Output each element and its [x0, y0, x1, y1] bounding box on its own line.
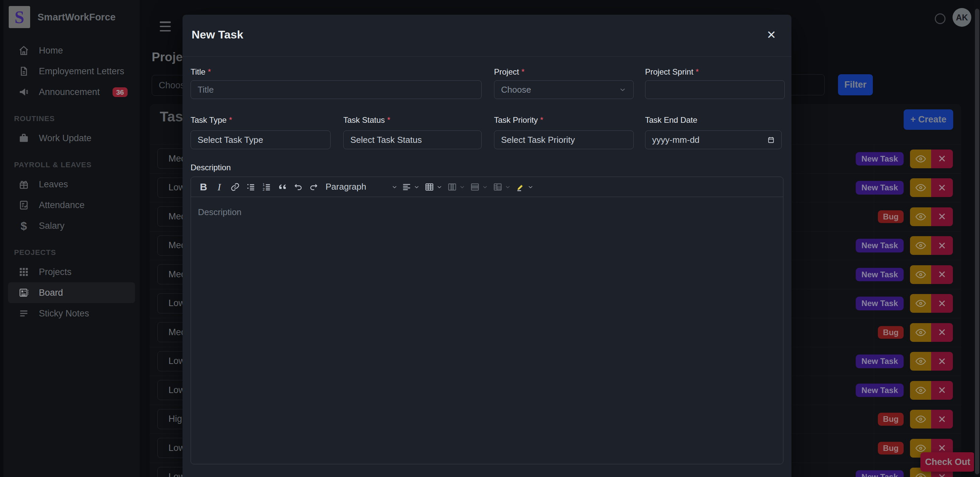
- description-label: Description: [191, 163, 231, 172]
- svg-text:1: 1: [262, 182, 265, 186]
- description-placeholder: Description: [198, 207, 242, 217]
- chevron-down-icon: [436, 184, 443, 190]
- modal-close-button[interactable]: ✕: [763, 27, 780, 43]
- merge-cells-icon: [493, 182, 503, 192]
- link-button[interactable]: [227, 180, 243, 194]
- highlighter-icon: [516, 182, 525, 192]
- description-textarea[interactable]: Description: [191, 197, 783, 464]
- alignment-icon: [402, 182, 411, 192]
- modal-header-divider: [183, 56, 791, 57]
- table-row-dropdown[interactable]: [470, 180, 488, 194]
- close-icon: ✕: [767, 28, 776, 41]
- chevron-down-icon: [413, 184, 420, 190]
- modal-title: New Task: [192, 28, 243, 41]
- svg-text:2: 2: [262, 187, 265, 191]
- undo-icon: [293, 182, 303, 192]
- task-type-select[interactable]: Select Task Type: [191, 130, 331, 149]
- task-priority-value: Select Task Priority: [501, 135, 575, 145]
- chevron-down-icon: [482, 184, 488, 190]
- project-sprint-input[interactable]: [645, 80, 785, 99]
- highlight-dropdown[interactable]: [516, 180, 534, 194]
- table-column-icon: [447, 182, 457, 192]
- table-column-dropdown[interactable]: [447, 180, 466, 194]
- chevron-down-icon: [504, 184, 511, 190]
- task-priority-select[interactable]: Select Task Priority: [494, 130, 634, 149]
- task-status-value: Select Task Status: [350, 135, 422, 145]
- project-label: Project*: [494, 67, 525, 77]
- project-select[interactable]: Choose: [494, 80, 634, 99]
- chevron-down-icon: [619, 86, 627, 93]
- insert-table-dropdown[interactable]: [425, 180, 443, 194]
- text-alignment-dropdown[interactable]: [402, 180, 420, 194]
- bulleted-list-icon: [246, 182, 256, 192]
- numbered-list-button[interactable]: 12: [259, 180, 274, 194]
- task-status-select[interactable]: Select Task Status: [343, 130, 482, 149]
- merge-cells-dropdown[interactable]: [493, 180, 511, 194]
- redo-icon: [309, 182, 318, 192]
- task-type-value: Select Task Type: [197, 135, 263, 145]
- bulleted-list-button[interactable]: [243, 180, 259, 194]
- new-task-modal: New Task ✕ Title* Project* Choose Projec…: [183, 15, 791, 477]
- numbered-list-icon: 12: [262, 182, 271, 192]
- task-end-date-value: yyyy-mm-dd: [652, 135, 700, 145]
- required-asterisk: *: [522, 67, 525, 76]
- italic-button[interactable]: I: [212, 180, 227, 194]
- required-asterisk: *: [208, 67, 211, 76]
- required-asterisk: *: [696, 67, 698, 76]
- insert-table-icon: [425, 182, 434, 192]
- required-asterisk: *: [229, 116, 232, 124]
- project-sprint-label: Project Sprint*: [645, 67, 698, 77]
- table-row-icon: [470, 182, 480, 192]
- app-screen: S SmartWorkForce HomeEmployement Letters…: [0, 0, 980, 477]
- paragraph-style-value: Paragraph: [326, 182, 366, 192]
- task-type-label: Task Type*: [191, 116, 232, 125]
- calendar-icon[interactable]: [767, 136, 775, 144]
- paragraph-style-dropdown[interactable]: Paragraph: [326, 180, 398, 194]
- description-editor: B I 12 Paragraph: [191, 177, 783, 464]
- chevron-down-icon: [459, 184, 466, 190]
- task-end-date-input[interactable]: yyyy-mm-dd: [645, 130, 782, 149]
- block-quote-icon: [278, 182, 287, 192]
- project-select-value: Choose: [501, 85, 531, 95]
- task-priority-label: Task Priority*: [494, 116, 543, 125]
- link-icon: [231, 182, 240, 192]
- title-label: Title*: [191, 67, 211, 77]
- task-end-date-label: Task End Date: [645, 116, 697, 125]
- block-quote-button[interactable]: [274, 180, 290, 194]
- bold-button[interactable]: B: [196, 180, 212, 194]
- required-asterisk: *: [387, 116, 390, 124]
- required-asterisk: *: [540, 116, 543, 124]
- chevron-down-icon: [527, 184, 534, 190]
- title-input[interactable]: [191, 80, 482, 99]
- task-status-label: Task Status*: [343, 116, 390, 125]
- chevron-down-icon: [391, 184, 398, 190]
- editor-toolbar: B I 12 Paragraph: [191, 177, 783, 197]
- undo-button[interactable]: [290, 180, 306, 194]
- redo-button[interactable]: [306, 180, 321, 194]
